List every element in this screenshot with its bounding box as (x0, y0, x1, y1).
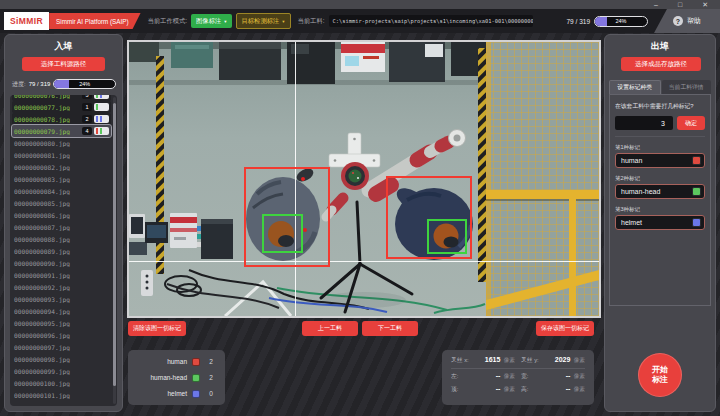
help-label: 帮助 (687, 16, 701, 26)
legend-count: 0 (205, 390, 217, 397)
progress-label: 进度: (12, 80, 26, 89)
file-name: 00000000094.jpg (14, 308, 109, 315)
mark-color-bar (100, 116, 102, 122)
file-list-scrollbar[interactable] (113, 97, 116, 404)
mark-count-badge: 4 (82, 127, 92, 135)
help-button[interactable]: ? 帮助 (654, 9, 720, 33)
file-list-container: 00000000076.jpg300000000077.jpg100000000… (10, 95, 117, 406)
file-item[interactable]: 00000000082.jpg (12, 161, 111, 173)
work-mode-dropdown[interactable]: 图像标注 ▾ (191, 14, 231, 28)
start-annotation-button[interactable]: 开始 标注 (638, 353, 682, 397)
mark-color-bar (96, 116, 98, 122)
file-item[interactable]: 00000000099.jpg (12, 365, 111, 377)
mark-color-bar (96, 95, 98, 98)
file-item[interactable]: 00000000077.jpg1 (12, 101, 111, 113)
chevron-down-icon: ▾ (224, 19, 226, 24)
label-color-chip[interactable] (692, 187, 701, 196)
label-color-chip[interactable] (692, 218, 701, 227)
annotation-box-human-head[interactable] (427, 219, 467, 254)
file-item[interactable]: 00000000086.jpg (12, 209, 111, 221)
label-value: human-head (621, 188, 689, 195)
label-color-chip[interactable] (692, 156, 701, 165)
crosshair-horizontal (129, 261, 599, 262)
file-item[interactable]: 00000000083.jpg (12, 173, 111, 185)
unit-label: 像素 (573, 356, 585, 365)
confirm-button[interactable]: 确定 (677, 116, 705, 130)
tab-item-details[interactable]: 当前工料详情 (662, 80, 712, 94)
file-item[interactable]: 00000000081.jpg (12, 149, 111, 161)
task-type-dropdown[interactable]: 目标检测标注 ▾ (236, 13, 291, 29)
legend-item: human2 (136, 356, 217, 367)
file-item[interactable]: 00000000101.jpg (12, 389, 111, 401)
mark-count-input[interactable]: 3 (615, 116, 673, 130)
image-viewer[interactable] (127, 40, 601, 318)
unit-label: 像素 (503, 356, 515, 365)
file-item[interactable]: 00000000089.jpg (12, 245, 111, 257)
maximize-icon[interactable]: □ (678, 1, 682, 8)
file-name: 00000000081.jpg (14, 152, 109, 159)
file-name: 00000000077.jpg (14, 104, 80, 111)
label-name-input[interactable]: human (615, 153, 705, 168)
file-name: 00000000095.jpg (14, 320, 109, 327)
file-item[interactable]: 00000000092.jpg (12, 281, 111, 293)
box-height-value: -- (531, 385, 570, 392)
file-item[interactable]: 00000000087.jpg (12, 221, 111, 233)
box-width-value: -- (531, 372, 570, 379)
label-fields: 第1种标记human第2种标记human-head第3种标记helmet (615, 144, 705, 230)
label-name-input[interactable]: human-head (615, 184, 705, 199)
file-item[interactable]: 00000000079.jpg4 (12, 125, 111, 137)
minimize-icon[interactable]: – (654, 1, 658, 8)
label-value: helmet (621, 219, 689, 226)
file-item[interactable]: 00000000093.jpg (12, 293, 111, 305)
file-item[interactable]: 00000000090.jpg (12, 257, 111, 269)
file-item[interactable]: 00000000097.jpg (12, 341, 111, 353)
save-marks-button[interactable]: 保存该图一切标记 (536, 321, 594, 336)
file-item[interactable]: 00000000100.jpg (12, 377, 111, 389)
label-name-input[interactable]: helmet (615, 215, 705, 230)
window-title-bar: – □ ✕ (0, 0, 720, 9)
close-icon[interactable]: ✕ (702, 1, 708, 8)
file-name: 00000000091.jpg (14, 272, 109, 279)
file-name: 00000000092.jpg (14, 284, 109, 291)
select-source-path-button[interactable]: 选择工料源路径 (22, 57, 105, 71)
work-mode-label: 当前工作模式: (148, 17, 188, 26)
file-name: 00000000096.jpg (14, 332, 109, 339)
file-name: 00000000076.jpg (14, 95, 80, 99)
mark-count-badge: 1 (82, 103, 92, 111)
file-list: 00000000076.jpg300000000077.jpg100000000… (12, 95, 111, 401)
annotation-box-human-head[interactable] (262, 214, 303, 253)
next-item-button[interactable]: 下一工料 (362, 321, 418, 336)
box-height-label: 高: (521, 385, 528, 394)
file-item[interactable]: 00000000080.jpg (12, 137, 111, 149)
file-item[interactable]: 00000000096.jpg (12, 329, 111, 341)
prev-item-button[interactable]: 上一工料 (302, 321, 358, 336)
work-mode-value: 图像标注 (196, 17, 221, 26)
divider (451, 368, 585, 369)
select-output-path-button[interactable]: 选择成品存放路径 (621, 57, 701, 71)
file-item[interactable]: 00000000098.jpg (12, 353, 111, 365)
export-panel: 出埠 选择成品存放路径 设置标记种类 当前工料详情 在该套工料中需要打几种标记?… (604, 34, 716, 412)
file-item[interactable]: 00000000078.jpg2 (12, 113, 111, 125)
unit-label: 像素 (573, 372, 585, 381)
file-item[interactable]: 00000000091.jpg (12, 269, 111, 281)
file-name: 00000000080.jpg (14, 140, 109, 147)
file-item[interactable]: 00000000095.jpg (12, 317, 111, 329)
file-item[interactable]: 00000000084.jpg (12, 185, 111, 197)
scrollbar-thumb[interactable] (113, 103, 116, 385)
file-item[interactable]: 00000000094.jpg (12, 305, 111, 317)
file-name: 00000000087.jpg (14, 224, 109, 231)
box-left-label: 左: (451, 372, 458, 381)
progress-percent: 24% (54, 80, 115, 88)
file-item[interactable]: 00000000088.jpg (12, 233, 111, 245)
clear-marks-button[interactable]: 清除该图一切标记 (128, 321, 186, 336)
topbar: SiMMIR Simmir AI Platform (SAIP) 当前工作模式:… (0, 9, 720, 33)
color-chip (192, 374, 200, 382)
file-item[interactable]: 00000000085.jpg (12, 197, 111, 209)
mark-colors-chip (94, 95, 109, 99)
task-type-value: 目标检测标注 (242, 17, 280, 26)
mark-colors-chip (94, 115, 109, 123)
file-name: 00000000089.jpg (14, 248, 109, 255)
current-file-path[interactable]: C:\simmir-projects\saip\projects\s1\inco… (329, 15, 533, 27)
tab-mark-types[interactable]: 设置标记种类 (609, 80, 661, 94)
current-file-label: 当前工料: (298, 17, 325, 26)
